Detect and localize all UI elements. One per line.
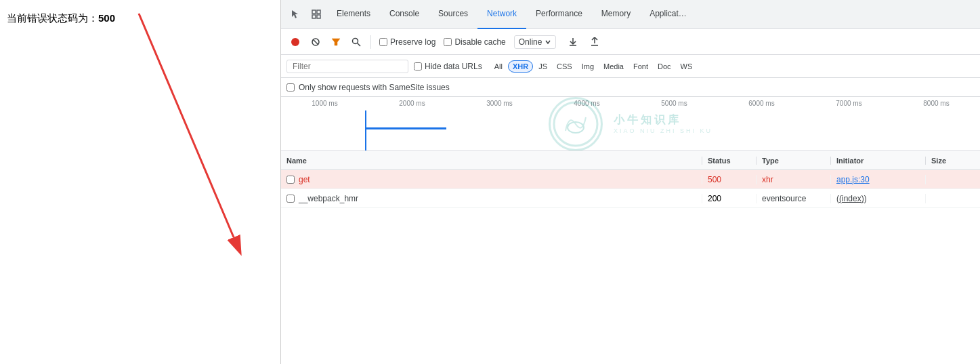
row-checkbox[interactable] <box>286 176 295 184</box>
table-row[interactable]: get 500 xhr app.js:30 <box>281 170 980 189</box>
svg-point-10 <box>353 38 358 43</box>
timeline: 1000 ms 2000 ms 3000 ms 4000 ms 5000 ms … <box>281 97 980 151</box>
left-panel: 当前错误状态码为：500 <box>0 0 281 364</box>
header-type: Type <box>757 157 831 165</box>
filter-font[interactable]: Font <box>629 61 652 72</box>
tl-label-5: 6000 ms <box>718 100 805 107</box>
filter-doc[interactable]: Doc <box>654 61 675 72</box>
record-button[interactable] <box>286 33 304 51</box>
error-code: 500 <box>98 12 115 24</box>
svg-line-8 <box>313 39 318 45</box>
separator-1 <box>370 35 371 49</box>
timeline-labels: 1000 ms 2000 ms 3000 ms 4000 ms 5000 ms … <box>281 97 980 107</box>
filter-type-buttons: All XHR JS CSS Img Media Font Doc WS <box>490 60 697 73</box>
tl-label-2: 3000 ms <box>456 100 543 107</box>
tab-application[interactable]: Applicat… <box>640 0 696 29</box>
import-button[interactable] <box>564 33 582 51</box>
devtools-tab-bar: Elements Console Sources Network Perform… <box>281 0 980 29</box>
filter-input[interactable] <box>286 60 408 73</box>
header-initiator: Initiator <box>831 157 926 165</box>
svg-rect-4 <box>312 15 316 18</box>
network-toolbar: Preserve log Disable cache Online <box>281 29 980 55</box>
samesite-label: Only show requests with SameSite issues <box>299 83 450 92</box>
table-row[interactable]: __webpack_hmr 200 eventsource ((index)) <box>281 189 980 208</box>
chevron-down-icon <box>545 39 551 45</box>
filter-row: Hide data URLs All XHR JS CSS Img Media … <box>281 55 980 78</box>
import-export-buttons <box>564 33 603 51</box>
row-status: 200 <box>702 194 757 203</box>
export-button[interactable] <box>586 33 603 51</box>
filter-media[interactable]: Media <box>599 61 628 72</box>
header-name: Name <box>281 157 702 165</box>
svg-line-1 <box>139 14 234 237</box>
filter-button[interactable] <box>327 33 345 51</box>
filter-css[interactable]: CSS <box>553 61 576 72</box>
filter-img[interactable]: Img <box>578 61 598 72</box>
tl-label-3: 4000 ms <box>543 100 631 107</box>
timeline-indicator <box>365 110 366 150</box>
row-initiator: ((index)) <box>831 194 926 203</box>
tab-performance[interactable]: Performance <box>526 0 592 29</box>
clear-button[interactable] <box>307 33 324 51</box>
tl-label-6: 7000 ms <box>805 100 893 107</box>
svg-rect-5 <box>317 15 320 18</box>
preserve-log-checkbox[interactable]: Preserve log <box>379 37 435 47</box>
inspect-icon[interactable] <box>305 0 327 29</box>
header-size: Size <box>926 157 980 165</box>
hide-data-urls-checkbox[interactable]: Hide data URLs <box>414 62 482 71</box>
tl-label-4: 5000 ms <box>631 100 718 107</box>
tl-label-0: 1000 ms <box>281 100 368 107</box>
svg-marker-9 <box>332 39 340 45</box>
svg-rect-2 <box>312 10 316 14</box>
row-initiator: app.js:30 <box>831 175 926 184</box>
search-button[interactable] <box>347 33 365 51</box>
row-name: get <box>281 175 702 184</box>
tl-label-7: 8000 ms <box>893 100 980 107</box>
tab-sources[interactable]: Sources <box>429 0 477 29</box>
row-checkbox[interactable] <box>286 195 295 203</box>
svg-point-6 <box>291 38 299 46</box>
error-label: 当前错误状态码为： <box>7 12 98 24</box>
row-name: __webpack_hmr <box>281 194 702 203</box>
tab-memory[interactable]: Memory <box>592 0 640 29</box>
filter-all[interactable]: All <box>490 61 507 72</box>
row-type: xhr <box>757 175 831 184</box>
arrow-icon <box>132 7 268 264</box>
samesite-checkbox[interactable] <box>286 83 295 92</box>
table-header: Name Status Type Initiator Size <box>281 151 980 170</box>
tab-elements[interactable]: Elements <box>327 0 380 29</box>
timeline-bar <box>365 127 446 129</box>
row-type: eventsource <box>757 194 831 203</box>
tab-console[interactable]: Console <box>380 0 429 29</box>
tab-network[interactable]: Network <box>477 0 526 29</box>
error-text: 当前错误状态码为：500 <box>7 12 115 25</box>
svg-line-11 <box>358 43 361 46</box>
filter-js[interactable]: JS <box>534 61 551 72</box>
header-status: Status <box>702 157 757 165</box>
filter-ws[interactable]: WS <box>677 61 697 72</box>
samesite-row: Only show requests with SameSite issues <box>281 78 980 97</box>
devtools-panel: Elements Console Sources Network Perform… <box>281 0 980 364</box>
disable-cache-checkbox[interactable]: Disable cache <box>444 37 505 47</box>
timeline-area <box>281 110 980 150</box>
cursor-icon[interactable] <box>284 0 305 29</box>
filter-xhr[interactable]: XHR <box>508 60 533 73</box>
row-status: 500 <box>702 175 757 184</box>
network-table: Name Status Type Initiator Size get 500 … <box>281 151 980 364</box>
tl-label-1: 2000 ms <box>368 100 456 107</box>
network-throttle-select[interactable]: Online <box>514 35 557 49</box>
svg-rect-3 <box>317 10 320 14</box>
